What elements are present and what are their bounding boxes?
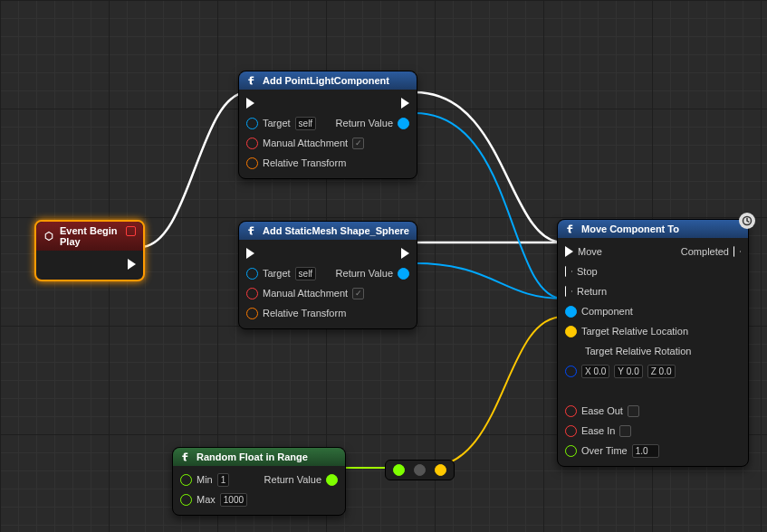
exec-in-pin[interactable] <box>246 248 254 259</box>
target-self-box[interactable]: self <box>295 267 317 280</box>
return-label: Return Value <box>336 268 393 279</box>
target-label: Target <box>263 268 291 279</box>
stop-exec-pin[interactable] <box>565 266 572 277</box>
over-time-label: Over Time <box>581 445 628 456</box>
over-time-input[interactable]: 1.0 <box>632 444 659 458</box>
max-label: Max <box>197 494 216 505</box>
return-label: Return <box>577 286 607 297</box>
node-title: Event Begin Play <box>36 222 143 251</box>
manual-attachment-checkbox[interactable]: ✓ <box>352 138 364 149</box>
target-pin[interactable] <box>246 118 258 129</box>
latent-icon <box>739 213 755 229</box>
return-value-pin[interactable] <box>398 268 409 280</box>
function-icon <box>180 451 191 462</box>
relative-transform-label: Relative Transform <box>263 157 346 168</box>
node-title: Add PointLightComponent <box>239 71 417 90</box>
return-value-pin[interactable] <box>326 474 338 486</box>
reroute-node[interactable] <box>385 460 455 480</box>
node-random-float[interactable]: Random Float in Range Min 1 Return Value… <box>172 447 346 516</box>
node-title: Add StaticMesh Shape_Sphere <box>239 222 417 240</box>
manual-attachment-pin[interactable] <box>246 138 258 149</box>
function-icon <box>246 225 257 236</box>
node-add-point-light[interactable]: Add PointLightComponent Target self Retu… <box>238 71 417 179</box>
move-exec-pin[interactable] <box>565 246 573 257</box>
exec-in-pin[interactable] <box>246 98 254 109</box>
ease-in-pin[interactable] <box>565 425 577 437</box>
node-title: Random Float in Range <box>173 448 345 466</box>
exec-out-pin[interactable] <box>401 98 409 109</box>
manual-attachment-pin[interactable] <box>246 288 258 299</box>
max-value-input[interactable]: 1000 <box>220 493 247 507</box>
stop-label: Stop <box>577 266 598 277</box>
relative-transform-label: Relative Transform <box>263 308 346 318</box>
node-add-static-mesh[interactable]: Add StaticMesh Shape_Sphere Target self … <box>238 221 417 329</box>
title-text: Add PointLightComponent <box>263 75 389 86</box>
title-text: Add StaticMesh Shape_Sphere <box>263 225 409 236</box>
function-icon <box>246 75 257 86</box>
ease-in-label: Ease In <box>581 425 615 436</box>
exec-out-pin[interactable] <box>401 248 409 259</box>
target-rel-rot-pin[interactable] <box>565 366 577 377</box>
target-pin[interactable] <box>246 268 258 280</box>
manual-attachment-label: Manual Attachment <box>263 288 348 299</box>
function-icon <box>565 223 576 234</box>
return-exec-pin[interactable] <box>565 286 572 297</box>
return-label: Return Value <box>264 474 321 485</box>
min-value-input[interactable]: 1 <box>217 473 230 487</box>
component-pin[interactable] <box>565 306 577 318</box>
relative-transform-pin[interactable] <box>246 308 258 319</box>
node-move-component-to[interactable]: Move Component To Move Completed Stop Re… <box>557 219 749 467</box>
completed-label: Completed <box>681 246 729 257</box>
ease-in-checkbox[interactable] <box>619 425 631 437</box>
min-label: Min <box>197 474 213 485</box>
reroute-in-pin[interactable] <box>393 464 405 476</box>
rot-x-input[interactable]: X 0.0 <box>581 365 609 378</box>
manual-attachment-checkbox[interactable]: ✓ <box>352 288 364 299</box>
node-title: Move Component To <box>558 220 748 238</box>
delegate-pin[interactable] <box>126 226 136 236</box>
target-label: Target <box>263 118 291 128</box>
over-time-pin[interactable] <box>565 445 577 457</box>
target-self-box[interactable]: self <box>295 117 317 130</box>
exec-out-pin[interactable] <box>128 259 136 270</box>
target-rel-loc-pin[interactable] <box>565 326 577 337</box>
ease-out-checkbox[interactable] <box>628 405 639 417</box>
move-label: Move <box>578 246 602 257</box>
title-text: Random Float in Range <box>197 451 308 462</box>
reroute-mid-pin[interactable] <box>414 464 426 476</box>
rot-y-input[interactable]: Y 0.0 <box>614 365 642 378</box>
event-icon <box>43 231 54 242</box>
min-pin[interactable] <box>180 474 192 486</box>
max-pin[interactable] <box>180 494 192 506</box>
manual-attachment-label: Manual Attachment <box>263 138 348 148</box>
component-label: Component <box>581 306 633 317</box>
relative-transform-pin[interactable] <box>246 157 258 169</box>
rot-z-input[interactable]: Z 0.0 <box>647 365 676 378</box>
target-rel-rot-label: Target Relative Rotation <box>585 346 691 356</box>
title-text: Event Begin Play <box>60 225 136 247</box>
return-label: Return Value <box>336 118 393 128</box>
ease-out-pin[interactable] <box>565 405 577 417</box>
node-event-begin-play[interactable]: Event Begin Play <box>34 220 145 281</box>
title-text: Move Component To <box>581 223 679 234</box>
ease-out-label: Ease Out <box>581 405 623 416</box>
target-rel-loc-label: Target Relative Location <box>581 326 688 337</box>
reroute-out-pin[interactable] <box>435 464 446 476</box>
completed-exec-pin[interactable] <box>733 246 741 257</box>
return-value-pin[interactable] <box>398 118 409 129</box>
